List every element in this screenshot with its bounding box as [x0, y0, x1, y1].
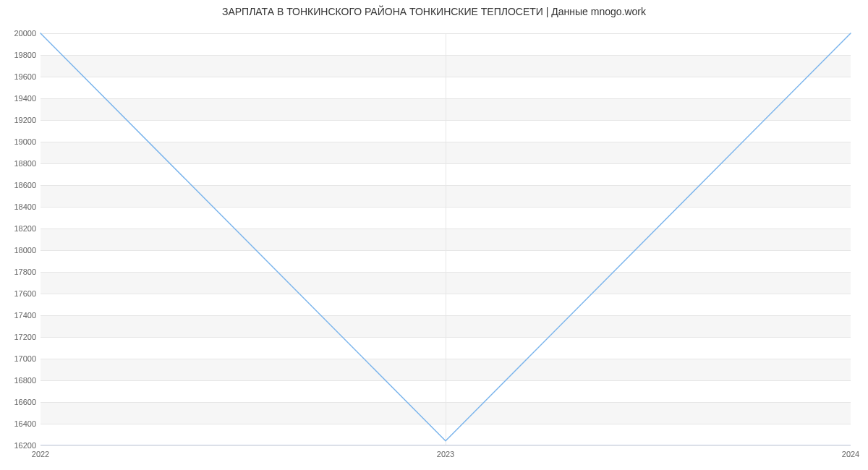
y-tick-label: 17600 [14, 289, 41, 298]
y-tick-label: 19600 [14, 72, 41, 81]
y-tick-label: 17800 [14, 268, 41, 276]
chart-title: ЗАРПЛАТА В ТОНКИНСКОГО РАЙОНА ТОНКИНСКИЕ… [0, 6, 868, 17]
y-tick-label: 19200 [14, 116, 41, 124]
y-tick-label: 18400 [14, 202, 41, 211]
y-tick-label: 18200 [14, 224, 41, 233]
line-series [41, 33, 851, 445]
y-tick-label: 17200 [14, 333, 41, 341]
y-tick-label: 19800 [14, 51, 41, 59]
plot-area: 1620016400166001680017000172001740017600… [40, 33, 851, 446]
y-tick-label: 19400 [14, 94, 41, 103]
y-tick-label: 16800 [14, 376, 41, 385]
chart-container: ЗАРПЛАТА В ТОНКИНСКОГО РАЙОНА ТОНКИНСКИЕ… [0, 0, 868, 470]
x-tick-label: 2022 [32, 445, 49, 458]
y-tick-label: 18800 [14, 159, 41, 168]
y-tick-label: 18000 [14, 246, 41, 255]
y-tick-label: 16600 [14, 398, 41, 406]
y-tick-label: 18600 [14, 181, 41, 189]
y-tick-label: 16400 [14, 419, 41, 428]
y-tick-label: 20000 [14, 29, 41, 38]
x-tick-label: 2024 [842, 445, 859, 458]
line-path [41, 33, 851, 441]
y-tick-label: 17000 [14, 354, 41, 363]
y-tick-label: 19000 [14, 137, 41, 146]
x-tick-label: 2023 [437, 445, 454, 458]
y-tick-label: 17400 [14, 311, 41, 320]
